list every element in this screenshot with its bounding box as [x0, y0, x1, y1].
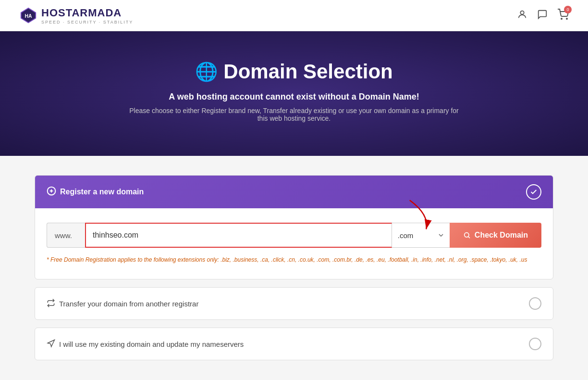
register-icon	[47, 186, 56, 198]
svg-line-10	[468, 237, 470, 238]
domain-input[interactable]	[85, 223, 392, 248]
hero-title: 🌐 Domain Selection	[10, 60, 578, 83]
hero-title-text: Domain Selection	[223, 60, 392, 83]
transfer-card-header[interactable]: Transfer your domain from another regist…	[35, 288, 553, 319]
logo[interactable]: HA HOSTARMADA SPEED · SECURITY · STABILI…	[19, 6, 133, 25]
free-domain-note: * Free Domain Registration applies to th…	[47, 255, 541, 265]
register-card-body: www. .com .net .org .biz .info .co.uk .c…	[35, 208, 553, 279]
www-prefix: www.	[47, 223, 85, 248]
account-icon[interactable]	[517, 9, 527, 22]
main-content: Register a new domain	[25, 175, 563, 360]
register-domain-card: Register a new domain	[35, 175, 553, 279]
logo-text: HOSTARMADA	[41, 7, 133, 19]
header: HA HOSTARMADA SPEED · SECURITY · STABILI…	[0, 0, 588, 31]
hero-subtitle: A web hosting account cannot exist witho…	[10, 92, 578, 102]
check-domain-button[interactable]: Check Domain	[450, 223, 541, 248]
logo-icon: HA	[19, 6, 37, 25]
hero-banner: 🌐 Domain Selection A web hosting account…	[0, 31, 588, 156]
transfer-icon	[47, 299, 55, 309]
svg-point-4	[566, 18, 567, 19]
search-icon	[463, 231, 471, 239]
existing-label: I will use my existing domain and update…	[47, 339, 244, 349]
hero-description: Please choose to either Register brand n…	[126, 107, 462, 122]
check-domain-label: Check Domain	[475, 231, 528, 240]
transfer-radio[interactable]	[529, 297, 541, 310]
existing-domain-card[interactable]: I will use my existing domain and update…	[35, 328, 553, 360]
svg-point-2	[520, 11, 524, 14]
cart-count: 0	[564, 6, 572, 13]
existing-label-text: I will use my existing domain and update…	[59, 340, 244, 348]
svg-marker-11	[48, 340, 54, 346]
register-checkmark	[526, 184, 541, 200]
globe-icon: 🌐	[195, 61, 218, 82]
header-icons: 0	[517, 9, 569, 23]
logo-tagline: SPEED · SECURITY · STABILITY	[41, 20, 133, 25]
svg-text:HA: HA	[24, 13, 32, 19]
domain-input-row: www. .com .net .org .biz .info .co.uk .c…	[47, 223, 541, 248]
transfer-domain-card[interactable]: Transfer your domain from another regist…	[35, 287, 553, 320]
transfer-label: Transfer your domain from another regist…	[47, 299, 198, 309]
existing-icon	[47, 339, 55, 349]
transfer-label-text: Transfer your domain from another regist…	[59, 300, 198, 308]
register-card-label: Register a new domain	[47, 186, 144, 198]
chat-icon[interactable]	[537, 9, 548, 22]
svg-point-3	[561, 18, 562, 19]
register-label-text: Register a new domain	[60, 188, 144, 196]
cart-icon[interactable]: 0	[557, 9, 569, 23]
svg-point-9	[465, 233, 469, 237]
existing-radio[interactable]	[529, 338, 541, 350]
register-card-header[interactable]: Register a new domain	[35, 176, 553, 208]
existing-card-header[interactable]: I will use my existing domain and update…	[35, 328, 553, 360]
